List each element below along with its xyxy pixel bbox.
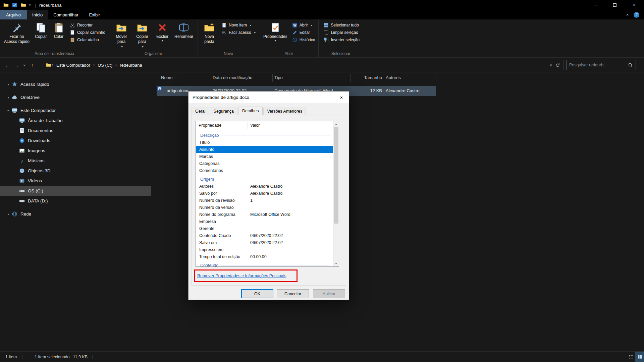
qat-customize-icon[interactable]: ▾ xyxy=(29,3,31,7)
sidebar-item-desktop[interactable]: › Área de Trabalho xyxy=(0,115,151,125)
edit-button[interactable]: Editar xyxy=(291,29,317,36)
pin-to-quick-access-button[interactable]: Fixar noAcesso rápido xyxy=(2,20,32,44)
tab-exibir[interactable]: Exibir xyxy=(84,10,106,19)
copy-path-button[interactable]: Copiar caminho xyxy=(68,29,107,36)
remove-properties-link[interactable]: Remover Propriedades e Informações Pesso… xyxy=(197,274,286,278)
properties-button[interactable]: Propriedades ▾ xyxy=(261,20,289,42)
recent-locations-icon[interactable]: ∨ xyxy=(21,63,28,67)
property-row[interactable]: Salvo porAlexandre Castro xyxy=(196,190,333,197)
new-item-button[interactable]: Novo item ▾ xyxy=(220,22,257,28)
sidebar-item-documents[interactable]: › Documentos xyxy=(0,125,151,135)
scroll-down-icon[interactable]: ▼ xyxy=(333,261,339,266)
tab-versoes-anteriores[interactable]: Versões Anteriores xyxy=(263,108,306,115)
tab-detalhes[interactable]: Detalhes xyxy=(238,107,263,115)
sidebar-item-network[interactable]: › Rede xyxy=(0,209,151,219)
sidebar-item-videos[interactable]: › Vídeos xyxy=(0,176,151,186)
qat-new-folder-icon[interactable] xyxy=(21,2,26,8)
column-header-authors[interactable]: Autores xyxy=(386,75,401,80)
maximize-button[interactable] xyxy=(605,0,625,10)
property-row[interactable]: Conteúdo Criado06/07/2020 22:02 xyxy=(196,232,333,239)
move-to-button[interactable]: Moverpara▾ xyxy=(111,20,132,49)
clear-selection-button[interactable]: Limpar seleção xyxy=(322,29,361,36)
column-header-type[interactable]: Tipo xyxy=(274,75,283,80)
close-button[interactable]: × xyxy=(625,0,644,10)
back-icon[interactable]: ← xyxy=(3,62,12,68)
scrollbar-thumb[interactable] xyxy=(334,127,338,224)
breadcrumb-os-c[interactable]: OS (C:) xyxy=(95,63,115,68)
collapse-ribbon-icon[interactable]: ∧ xyxy=(626,12,629,17)
details-view-button[interactable] xyxy=(627,352,635,362)
property-row[interactable]: Nome do programaMicrosoft Office Word xyxy=(196,211,333,218)
property-row[interactable]: Impresso em xyxy=(196,246,333,253)
cancel-button[interactable]: Cancelar xyxy=(277,289,309,298)
property-row[interactable]: Número da revisão1 xyxy=(196,197,333,204)
breadcrumb-this-pc[interactable]: Este Computador xyxy=(54,63,93,68)
column-separator[interactable] xyxy=(436,74,436,82)
dialog-close-button[interactable]: × xyxy=(334,92,349,103)
sidebar-item-quick-access[interactable]: › Acesso rápido xyxy=(0,79,151,89)
property-row[interactable]: Gerente xyxy=(196,225,333,232)
search-input[interactable] xyxy=(567,63,628,67)
qat-properties-icon[interactable] xyxy=(12,2,17,8)
property-row[interactable]: Categorias xyxy=(196,160,333,167)
copy-button[interactable]: Copiar xyxy=(32,20,50,39)
tab-compartilhar[interactable]: Compartilhar xyxy=(48,10,84,19)
column-separator[interactable] xyxy=(211,74,211,82)
sidebar-item-onedrive[interactable]: › OneDrive xyxy=(0,92,151,102)
up-icon[interactable]: ↑ xyxy=(28,62,37,68)
scrollbar[interactable]: ▲ ▼ xyxy=(333,121,339,266)
tab-arquivo[interactable]: Arquivo xyxy=(0,10,27,19)
address-field[interactable]: › Este Computador › OS (C:) › redeurbana… xyxy=(43,60,564,70)
refresh-icon[interactable] xyxy=(555,63,560,68)
column-separator[interactable] xyxy=(350,74,351,82)
open-button[interactable]: Abrir ▾ xyxy=(291,22,317,28)
search-icon[interactable] xyxy=(628,63,633,68)
column-header-name[interactable]: Nome xyxy=(161,75,173,80)
sidebar-item-downloads[interactable]: › Downloads xyxy=(0,135,151,145)
apply-button[interactable]: Aplicar xyxy=(313,289,345,298)
column-separator[interactable] xyxy=(384,74,384,82)
breadcrumb-redeurbana[interactable]: redeurbana xyxy=(117,63,145,68)
property-row[interactable]: Salvo em06/07/2020 22:02 xyxy=(196,239,333,246)
sidebar-item-3d-objects[interactable]: › Objetos 3D xyxy=(0,166,151,176)
cut-button[interactable]: Recortar xyxy=(68,22,107,28)
column-separator[interactable] xyxy=(272,74,273,82)
forward-icon[interactable]: → xyxy=(12,62,21,68)
property-row[interactable]: Marcas xyxy=(196,153,333,160)
chevron-expanded-icon[interactable]: › xyxy=(6,108,11,113)
tab-inicio[interactable]: Início xyxy=(27,10,48,19)
sidebar-item-music[interactable]: › ♪ Músicas xyxy=(0,156,151,166)
invert-selection-button[interactable]: Inverter seleção xyxy=(322,37,361,43)
chevron-right-icon[interactable]: › xyxy=(6,82,11,87)
chevron-right-icon[interactable]: › xyxy=(6,212,11,217)
tab-seguranca[interactable]: Segurança xyxy=(210,108,237,115)
column-header-modified[interactable]: Data de modificação xyxy=(213,75,253,80)
scroll-up-icon[interactable]: ▲ xyxy=(333,122,339,127)
new-folder-button[interactable]: Novapasta xyxy=(200,20,219,44)
sidebar-item-os-c[interactable]: › OS (C:) xyxy=(0,186,151,196)
property-row[interactable]: Número da versão xyxy=(196,204,333,211)
property-row[interactable]: Comentários xyxy=(196,167,333,174)
thumbnail-view-button[interactable] xyxy=(635,352,644,362)
rename-button[interactable]: Renomear xyxy=(172,20,196,39)
property-row[interactable]: Empresa xyxy=(196,218,333,225)
select-all-button[interactable]: Selecionar tudo xyxy=(322,22,361,28)
property-row[interactable]: Tempo total de edição00:00:00 xyxy=(196,253,333,260)
paste-shortcut-button[interactable]: Colar atalho xyxy=(68,37,107,43)
address-dropdown-icon[interactable]: ∨ xyxy=(547,63,555,67)
easy-access-button[interactable]: Fácil acesso ▾ xyxy=(220,29,257,36)
ok-button[interactable]: OK xyxy=(241,289,273,298)
delete-button[interactable]: Excluir ▾ xyxy=(153,20,172,42)
paste-button[interactable]: Colar xyxy=(50,20,67,39)
property-row[interactable]: Título xyxy=(196,139,333,146)
help-icon[interactable]: ? xyxy=(634,12,639,18)
chevron-right-icon[interactable]: › xyxy=(6,95,11,100)
minimize-button[interactable] xyxy=(586,0,605,10)
property-row-selected[interactable]: Assunto xyxy=(196,146,333,153)
sidebar-item-pictures[interactable]: › Imagens xyxy=(0,145,151,156)
tab-geral[interactable]: Geral xyxy=(192,108,209,115)
copy-to-button[interactable]: Copiarpara▾ xyxy=(132,20,153,49)
property-row[interactable]: AutoresAlexandre Castro xyxy=(196,183,333,190)
history-button[interactable]: Histórico xyxy=(291,37,317,43)
sidebar-item-this-pc[interactable]: › Este Computador xyxy=(0,105,151,115)
